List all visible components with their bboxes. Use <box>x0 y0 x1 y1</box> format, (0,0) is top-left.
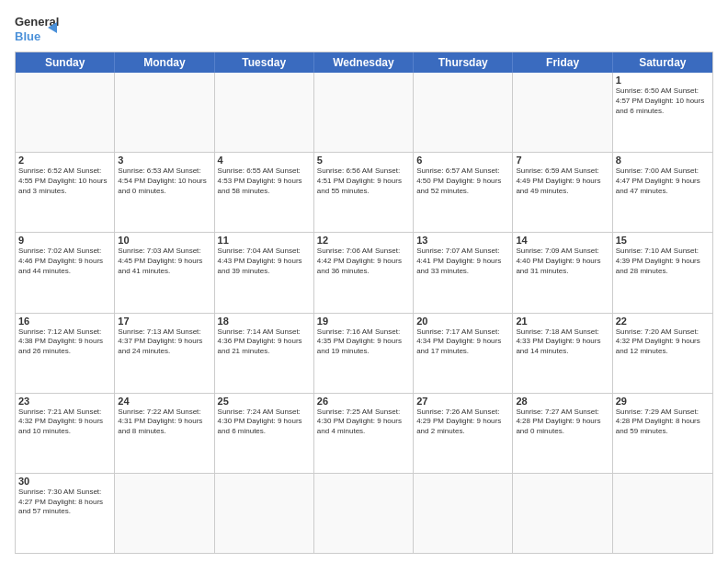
day-header-monday: Monday <box>115 52 214 73</box>
week-row-6: 30Sunrise: 7:30 AM Sunset: 4:27 PM Dayli… <box>16 473 712 553</box>
day-number: 26 <box>317 396 410 407</box>
day-cell <box>115 73 214 152</box>
day-number: 10 <box>118 235 210 246</box>
day-info: Sunrise: 6:57 AM Sunset: 4:50 PM Dayligh… <box>416 167 509 196</box>
day-info: Sunrise: 7:24 AM Sunset: 4:30 PM Dayligh… <box>218 408 311 437</box>
week-row-5: 23Sunrise: 7:21 AM Sunset: 4:32 PM Dayli… <box>16 393 712 473</box>
day-number: 4 <box>218 155 311 166</box>
day-info: Sunrise: 7:02 AM Sunset: 4:46 PM Dayligh… <box>18 247 111 276</box>
day-info: Sunrise: 7:04 AM Sunset: 4:43 PM Dayligh… <box>218 247 311 276</box>
day-cell: 4Sunrise: 6:55 AM Sunset: 4:53 PM Daylig… <box>215 153 314 232</box>
day-number: 21 <box>516 316 609 327</box>
day-info: Sunrise: 6:55 AM Sunset: 4:53 PM Dayligh… <box>218 167 311 196</box>
day-number: 17 <box>118 316 210 327</box>
day-cell <box>16 73 115 152</box>
day-info: Sunrise: 7:14 AM Sunset: 4:36 PM Dayligh… <box>218 327 311 357</box>
day-number: 5 <box>317 155 410 166</box>
day-info: Sunrise: 7:07 AM Sunset: 4:41 PM Dayligh… <box>416 247 509 276</box>
day-cell <box>414 474 513 553</box>
day-header-friday: Friday <box>513 52 612 73</box>
day-cell: 30Sunrise: 7:30 AM Sunset: 4:27 PM Dayli… <box>16 474 115 553</box>
day-cell: 9Sunrise: 7:02 AM Sunset: 4:46 PM Daylig… <box>16 233 115 312</box>
day-cell: 13Sunrise: 7:07 AM Sunset: 4:41 PM Dayli… <box>414 233 513 312</box>
logo-svg: General Blue <box>15 9 61 46</box>
day-info: Sunrise: 7:26 AM Sunset: 4:29 PM Dayligh… <box>416 408 509 437</box>
day-info: Sunrise: 7:25 AM Sunset: 4:30 PM Dayligh… <box>317 408 410 437</box>
week-row-4: 16Sunrise: 7:12 AM Sunset: 4:38 PM Dayli… <box>16 313 712 393</box>
day-headers: SundayMondayTuesdayWednesdayThursdayFrid… <box>16 52 712 73</box>
day-cell: 23Sunrise: 7:21 AM Sunset: 4:32 PM Dayli… <box>16 394 115 473</box>
day-number: 1 <box>616 75 710 86</box>
day-cell: 17Sunrise: 7:13 AM Sunset: 4:37 PM Dayli… <box>115 314 214 393</box>
day-info: Sunrise: 7:17 AM Sunset: 4:34 PM Dayligh… <box>416 327 509 357</box>
day-cell <box>314 474 414 553</box>
day-number: 20 <box>416 316 509 327</box>
day-number: 6 <box>416 155 509 166</box>
day-info: Sunrise: 7:03 AM Sunset: 4:45 PM Dayligh… <box>118 247 210 276</box>
day-cell: 27Sunrise: 7:26 AM Sunset: 4:29 PM Dayli… <box>414 394 513 473</box>
day-info: Sunrise: 6:56 AM Sunset: 4:51 PM Dayligh… <box>317 167 410 196</box>
day-number: 11 <box>218 235 311 246</box>
day-info: Sunrise: 7:09 AM Sunset: 4:40 PM Dayligh… <box>516 247 609 276</box>
day-info: Sunrise: 7:20 AM Sunset: 4:32 PM Dayligh… <box>616 327 710 357</box>
day-info: Sunrise: 7:18 AM Sunset: 4:33 PM Dayligh… <box>516 327 609 357</box>
day-cell: 3Sunrise: 6:53 AM Sunset: 4:54 PM Daylig… <box>115 153 214 232</box>
day-info: Sunrise: 6:50 AM Sunset: 4:57 PM Dayligh… <box>616 86 710 116</box>
day-header-thursday: Thursday <box>414 52 513 73</box>
svg-text:Blue: Blue <box>15 29 40 43</box>
day-cell: 20Sunrise: 7:17 AM Sunset: 4:34 PM Dayli… <box>414 314 513 393</box>
day-cell <box>414 73 513 152</box>
day-cell: 25Sunrise: 7:24 AM Sunset: 4:30 PM Dayli… <box>215 394 314 473</box>
day-number: 18 <box>218 316 311 327</box>
day-number: 8 <box>616 155 710 166</box>
day-number: 29 <box>616 396 710 407</box>
day-info: Sunrise: 6:52 AM Sunset: 4:55 PM Dayligh… <box>18 167 111 196</box>
day-number: 28 <box>516 396 609 407</box>
day-cell: 29Sunrise: 7:29 AM Sunset: 4:28 PM Dayli… <box>613 394 712 473</box>
week-row-1: 1Sunrise: 6:50 AM Sunset: 4:57 PM Daylig… <box>16 73 712 152</box>
day-cell: 7Sunrise: 6:59 AM Sunset: 4:49 PM Daylig… <box>513 153 612 232</box>
day-cell: 16Sunrise: 7:12 AM Sunset: 4:38 PM Dayli… <box>16 314 115 393</box>
day-info: Sunrise: 7:29 AM Sunset: 4:28 PM Dayligh… <box>616 408 710 437</box>
day-info: Sunrise: 6:53 AM Sunset: 4:54 PM Dayligh… <box>118 167 210 196</box>
day-number: 14 <box>516 235 609 246</box>
day-cell <box>215 73 314 152</box>
day-header-saturday: Saturday <box>613 52 712 73</box>
day-cell: 24Sunrise: 7:22 AM Sunset: 4:31 PM Dayli… <box>115 394 214 473</box>
day-number: 15 <box>616 235 710 246</box>
day-number: 23 <box>18 396 111 407</box>
day-header-tuesday: Tuesday <box>215 52 314 73</box>
day-cell: 8Sunrise: 7:00 AM Sunset: 4:47 PM Daylig… <box>613 153 712 232</box>
day-cell <box>613 474 712 553</box>
day-cell <box>314 73 414 152</box>
calendar: SundayMondayTuesdayWednesdayThursdayFrid… <box>15 52 713 554</box>
day-cell: 14Sunrise: 7:09 AM Sunset: 4:40 PM Dayli… <box>513 233 612 312</box>
day-cell <box>513 474 612 553</box>
day-info: Sunrise: 7:12 AM Sunset: 4:38 PM Dayligh… <box>18 327 111 357</box>
day-number: 24 <box>118 396 210 407</box>
day-cell: 28Sunrise: 7:27 AM Sunset: 4:28 PM Dayli… <box>513 394 612 473</box>
day-cell <box>513 73 612 152</box>
day-number: 16 <box>18 316 111 327</box>
day-cell: 10Sunrise: 7:03 AM Sunset: 4:45 PM Dayli… <box>115 233 214 312</box>
day-info: Sunrise: 6:59 AM Sunset: 4:49 PM Dayligh… <box>516 167 609 196</box>
day-cell: 5Sunrise: 6:56 AM Sunset: 4:51 PM Daylig… <box>314 153 414 232</box>
header: General Blue <box>15 9 713 46</box>
day-cell: 18Sunrise: 7:14 AM Sunset: 4:36 PM Dayli… <box>215 314 314 393</box>
day-cell: 11Sunrise: 7:04 AM Sunset: 4:43 PM Dayli… <box>215 233 314 312</box>
day-info: Sunrise: 7:10 AM Sunset: 4:39 PM Dayligh… <box>616 247 710 276</box>
day-cell <box>215 474 314 553</box>
day-number: 12 <box>317 235 410 246</box>
day-number: 25 <box>218 396 311 407</box>
day-number: 7 <box>516 155 609 166</box>
day-number: 22 <box>616 316 710 327</box>
day-info: Sunrise: 7:13 AM Sunset: 4:37 PM Dayligh… <box>118 327 210 357</box>
day-info: Sunrise: 7:06 AM Sunset: 4:42 PM Dayligh… <box>317 247 410 276</box>
day-header-sunday: Sunday <box>16 52 115 73</box>
day-cell: 26Sunrise: 7:25 AM Sunset: 4:30 PM Dayli… <box>314 394 414 473</box>
day-cell: 12Sunrise: 7:06 AM Sunset: 4:42 PM Dayli… <box>314 233 414 312</box>
day-cell: 2Sunrise: 6:52 AM Sunset: 4:55 PM Daylig… <box>16 153 115 232</box>
day-cell: 21Sunrise: 7:18 AM Sunset: 4:33 PM Dayli… <box>513 314 612 393</box>
day-info: Sunrise: 7:21 AM Sunset: 4:32 PM Dayligh… <box>18 408 111 437</box>
day-number: 3 <box>118 155 210 166</box>
